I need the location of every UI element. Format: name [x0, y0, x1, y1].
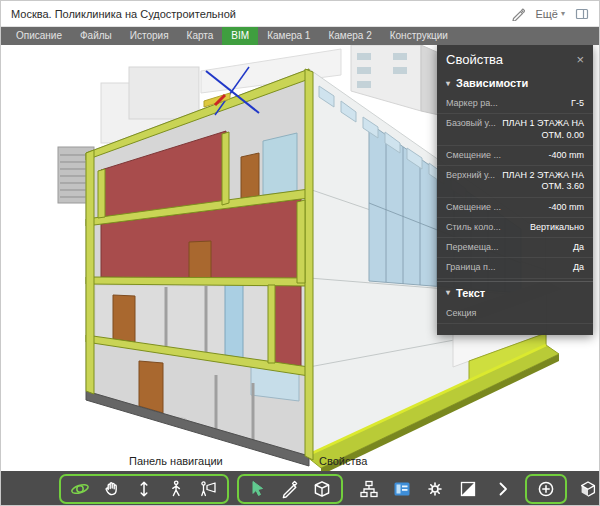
add-tool-group: [525, 474, 567, 504]
property-row: Верхний у... ПЛАН 2 ЭТАЖА НА ОТМ. 3.60: [437, 166, 593, 198]
walk-tool-button[interactable]: [164, 477, 188, 501]
tab-bar: Описание Файлы История Карта BIM Камера …: [1, 27, 599, 45]
property-name: Секция: [446, 308, 477, 319]
properties-panel-header: Свойства ×: [437, 45, 593, 72]
shading-cube-icon: [578, 479, 598, 499]
property-row: Маркер ра... Г-5: [437, 94, 593, 114]
edit-pencil-icon: [511, 7, 525, 21]
expand-toolbar-button[interactable]: [492, 477, 515, 501]
properties-icon: [392, 479, 412, 499]
property-value: ПЛАН 2 ЭТАЖА НА ОТМ. 3.60: [501, 170, 584, 193]
tab-konstrukcii[interactable]: Конструкции: [381, 27, 457, 45]
select-tool-button[interactable]: [246, 477, 270, 501]
property-row: Смещение ... -400 mm: [437, 198, 593, 218]
property-name: Граница п...: [446, 262, 495, 273]
chevron-down-icon: ▾: [561, 9, 565, 18]
add-button[interactable]: [534, 477, 558, 501]
section-box-tool-button[interactable]: [310, 477, 334, 501]
shading-button[interactable]: [577, 477, 600, 501]
appearance-icon: [458, 479, 478, 499]
panel-toggle-button[interactable]: [575, 7, 589, 21]
properties-button[interactable]: [390, 477, 414, 501]
tab-karta[interactable]: Карта: [178, 27, 223, 45]
walk-icon: [166, 479, 186, 499]
property-name: Стиль коло...: [446, 222, 501, 233]
property-row: Перемеща... Да: [437, 238, 593, 258]
tab-kamera-1[interactable]: Камера 1: [258, 27, 319, 45]
app-window: Москва. Поликлиника на Судостроительной …: [0, 0, 600, 506]
bim-viewport[interactable]: Панель навигации Свойства Свойства × ▾ З…: [1, 45, 600, 471]
property-value: ПЛАН 1 ЭТАЖА НА ОТМ. 0.00: [502, 118, 584, 141]
properties-callout-label: Свойства: [319, 455, 367, 467]
tab-istoriya[interactable]: История: [121, 27, 178, 45]
bottom-toolbar: [1, 471, 599, 506]
property-value: Вертикально: [530, 222, 584, 233]
section-label: Зависимости: [456, 77, 528, 89]
property-name: Верхний у...: [446, 170, 495, 181]
property-name: Маркер ра...: [446, 98, 498, 109]
top-bar: Москва. Поликлиника на Судостроительной …: [1, 1, 599, 27]
property-name: Базовый у...: [446, 118, 496, 129]
tab-bim[interactable]: BIM: [222, 27, 258, 45]
property-row: Базовый у... ПЛАН 1 ЭТАЖА НА ОТМ. 0.00: [437, 114, 593, 146]
expand-chevron-icon: [493, 479, 513, 499]
navigation-panel-label: Панель навигации: [129, 455, 223, 467]
panel-tool-group: [357, 477, 480, 501]
measure-icon: [280, 479, 300, 499]
select-icon: [248, 479, 268, 499]
section-header-text[interactable]: ▾ Текст: [437, 281, 593, 304]
section-box-icon: [312, 479, 332, 499]
more-label: Ещё: [535, 8, 558, 20]
property-value: -400 mm: [548, 202, 584, 213]
properties-panel-title: Свойства: [446, 52, 503, 67]
orbit-icon: [70, 479, 90, 499]
tab-opisanie[interactable]: Описание: [7, 27, 71, 45]
chevron-down-icon: ▾: [446, 79, 450, 88]
more-button[interactable]: Ещё ▾: [535, 8, 565, 20]
property-name: Перемеща...: [446, 242, 499, 253]
zoom-tool-button[interactable]: [132, 477, 156, 501]
property-value: -400 mm: [548, 150, 584, 161]
first-person-tool-button[interactable]: [196, 477, 220, 501]
pan-tool-button[interactable]: [100, 477, 124, 501]
tab-faily[interactable]: Файлы: [71, 27, 121, 45]
panel-icon: [575, 7, 589, 21]
edit-tool-group: [237, 474, 343, 504]
properties-panel: Свойства × ▾ Зависимости Маркер ра... Г-…: [437, 45, 593, 335]
appearance-button[interactable]: [456, 477, 480, 501]
model-tree-button[interactable]: [357, 477, 381, 501]
property-value: Г-5: [571, 98, 584, 109]
orbit-tool-button[interactable]: [68, 477, 92, 501]
property-row: Секция: [437, 304, 593, 324]
edit-button[interactable]: [511, 7, 525, 21]
page-title: Москва. Поликлиника на Судостроительной: [11, 8, 236, 20]
zoom-vertical-icon: [134, 479, 154, 499]
close-icon[interactable]: ×: [576, 53, 584, 66]
settings-gear-icon: [425, 479, 445, 499]
tab-kamera-2[interactable]: Камера 2: [319, 27, 380, 45]
section-label: Текст: [456, 287, 485, 299]
property-value: Да: [573, 262, 584, 273]
section-header-dependencies[interactable]: ▾ Зависимости: [437, 72, 593, 94]
property-row-clipped: [437, 324, 593, 335]
measure-tool-button[interactable]: [278, 477, 302, 501]
settings-button[interactable]: [423, 477, 447, 501]
property-name: Смещение ...: [446, 202, 501, 213]
pan-hand-icon: [102, 479, 122, 499]
property-row: Граница п... Да: [437, 258, 593, 278]
add-plus-icon: [536, 479, 556, 499]
first-person-icon: [198, 479, 218, 499]
property-row: Смещение ... -400 mm: [437, 146, 593, 166]
property-name: Смещение ...: [446, 150, 501, 161]
property-row: Стиль коло... Вертикально: [437, 218, 593, 238]
navigation-tool-group: [59, 474, 229, 504]
property-value: Да: [573, 242, 584, 253]
model-tree-icon: [359, 479, 379, 499]
chevron-down-icon: ▾: [446, 288, 450, 297]
